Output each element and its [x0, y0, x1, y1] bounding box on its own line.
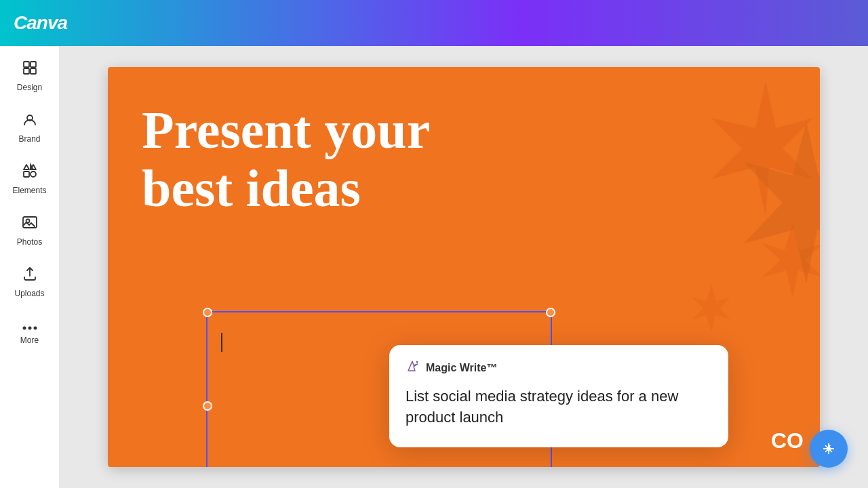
svg-rect-0 [24, 62, 29, 67]
magic-tools-icon [819, 439, 838, 458]
sidebar-item-photos[interactable]: Photos [4, 206, 56, 255]
magic-write-title: Magic Write™ [426, 362, 498, 374]
slide-title-line1: Present your [142, 101, 430, 159]
sidebar-item-brand[interactable]: Brand [4, 103, 56, 152]
slide[interactable]: Present your best ideas [108, 67, 820, 467]
svg-rect-2 [24, 68, 29, 74]
svg-marker-14 [692, 284, 730, 331]
magic-write-popup: Magic Write™ List social media strategy … [389, 345, 728, 447]
more-icon [22, 322, 38, 333]
sidebar-item-design-label: Design [17, 83, 42, 92]
sidebar-item-elements[interactable]: Elements [4, 155, 56, 203]
sidebar-item-more[interactable]: More [4, 309, 56, 358]
svg-point-11 [33, 327, 37, 330]
svg-rect-5 [24, 171, 29, 177]
magic-write-prompt: List social media strategy ideas for a n… [406, 386, 712, 428]
svg-point-6 [31, 171, 36, 177]
photos-icon [22, 214, 38, 235]
sidebar-item-uploads[interactable]: Uploads [4, 258, 56, 306]
svg-rect-1 [31, 62, 36, 67]
sidebar-item-elements-label: Elements [12, 186, 46, 195]
brand-icon [22, 111, 38, 131]
svg-point-10 [28, 327, 31, 330]
slide-logo: CO [771, 428, 804, 453]
design-icon [22, 60, 38, 80]
svg-point-9 [22, 327, 26, 330]
svg-rect-3 [31, 68, 36, 74]
handle-top-left[interactable] [203, 308, 212, 317]
elements-icon [22, 163, 38, 183]
magic-tools-button[interactable] [810, 430, 848, 468]
topbar: Canva [0, 0, 868, 46]
sidebar-item-design[interactable]: Design [4, 52, 56, 100]
canvas-area: Present your best ideas [60, 46, 868, 488]
magic-write-header: Magic Write™ [406, 359, 712, 377]
uploads-icon [22, 266, 38, 286]
magic-write-icon [406, 359, 420, 377]
sidebar: Design Brand Elements [0, 46, 60, 488]
sidebar-item-brand-label: Brand [18, 134, 40, 144]
sidebar-item-photos-label: Photos [17, 237, 42, 247]
slide-title-line2: best ideas [142, 159, 430, 218]
canva-logo[interactable]: Canva [14, 12, 67, 34]
handle-top-right[interactable] [546, 308, 555, 317]
sidebar-item-uploads-label: Uploads [14, 289, 44, 298]
main-layout: Design Brand Elements [0, 46, 868, 488]
handle-middle-left[interactable] [203, 401, 212, 411]
star-decoration [576, 67, 820, 338]
slide-title: Present your best ideas [142, 101, 430, 218]
sidebar-item-more-label: More [20, 336, 39, 345]
svg-point-16 [416, 361, 418, 363]
text-cursor [221, 333, 222, 352]
